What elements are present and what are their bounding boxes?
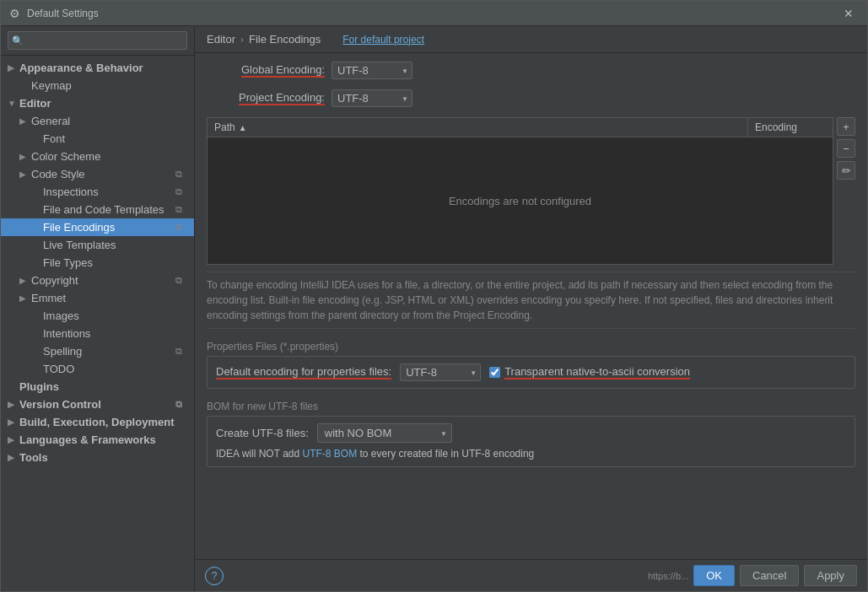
sidebar-item-label: Keymap [31, 79, 187, 92]
utf8-bom-link[interactable]: UTF-8 BOM [302, 448, 357, 460]
apply-button[interactable]: Apply [804, 565, 857, 586]
transparent-checkbox-label[interactable]: Transparent native-to-ascii conversion [489, 365, 690, 379]
sidebar-item-label: General [31, 115, 187, 127]
props-encoding-select[interactable]: UTF-8 UTF-16 ISO-8859-1 [400, 363, 481, 381]
sidebar: 🔍 ▶ Appearance & Behavior Keymap ▼ [1, 26, 195, 591]
sidebar-item-intentions[interactable]: Intentions [1, 325, 194, 342]
main-panel: Editor › File Encodings For default proj… [195, 26, 867, 591]
cancel-button[interactable]: Cancel [740, 565, 799, 586]
expand-icon: ▶ [8, 453, 19, 462]
sidebar-item-copyright[interactable]: ▶ Copyright ⧉ [1, 272, 194, 289]
sidebar-item-emmet[interactable]: ▶ Emmet [1, 289, 194, 307]
table-empty-message: Encodings are not configured [208, 137, 833, 264]
sort-icon: ▲ [239, 123, 247, 132]
close-button[interactable]: ✕ [838, 5, 859, 22]
bom-select-wrapper: with NO BOM with BOM always BOM [317, 423, 452, 443]
sidebar-item-todo[interactable]: TODO [1, 360, 194, 378]
sidebar-item-build[interactable]: ▶ Build, Execution, Deployment [1, 413, 194, 431]
settings-window: ⚙ Default Settings ✕ 🔍 ▶ Appearance & Be… [0, 0, 868, 592]
sidebar-item-label: TODO [43, 363, 187, 375]
sidebar-item-label: Font [43, 132, 187, 145]
sidebar-item-label: File and Code Templates [43, 203, 175, 216]
sidebar-item-general[interactable]: ▶ General [1, 112, 194, 130]
bom-section: BOM for new UTF-8 files Create UTF-8 fil… [207, 396, 855, 467]
project-encoding-row: Project Encoding: UTF-8 UTF-16 ISO-8859-… [207, 89, 855, 107]
sidebar-item-appearance[interactable]: ▶ Appearance & Behavior [1, 59, 194, 77]
edit-encoding-button[interactable]: ✏ [837, 161, 855, 180]
checkbox-text-underline: Transparent native-to-ascii conversion [504, 365, 690, 379]
sidebar-item-keymap[interactable]: Keymap [1, 77, 194, 94]
sidebar-item-plugins[interactable]: Plugins [1, 378, 194, 396]
transparent-checkbox[interactable] [489, 367, 500, 378]
expand-icon: ▶ [19, 170, 31, 179]
props-encoding-select-wrapper: UTF-8 UTF-16 ISO-8859-1 [400, 363, 481, 381]
table-actions: + − ✏ [837, 117, 855, 180]
sidebar-item-tools[interactable]: ▶ Tools [1, 449, 194, 466]
breadcrumb-separator: › [240, 34, 244, 46]
bom-info: IDEA will NOT add UTF-8 BOM to every cre… [216, 448, 846, 460]
sidebar-item-filetemplates[interactable]: File and Code Templates ⧉ [1, 201, 194, 218]
help-button[interactable]: ? [205, 567, 224, 585]
breadcrumb-current: File Encodings [249, 33, 321, 46]
copy-icon: ⧉ [175, 275, 187, 287]
props-default-label: Default encoding for properties files: [216, 365, 391, 379]
sidebar-item-label: Spelling [43, 345, 175, 358]
copy-icon: ⧉ [175, 399, 187, 411]
sidebar-item-font[interactable]: Font [1, 130, 194, 148]
th-path: Path ▲ [208, 118, 748, 137]
sidebar-item-label: Languages & Frameworks [19, 433, 187, 446]
search-box: 🔍 [1, 26, 194, 56]
remove-encoding-button[interactable]: − [837, 139, 855, 158]
hint-text: To change encoding IntelliJ IDEA uses fo… [207, 272, 855, 329]
breadcrumb-parent: Editor [207, 33, 235, 46]
expand-icon: ▶ [19, 276, 31, 285]
project-encoding-select[interactable]: UTF-8 UTF-16 ISO-8859-1 [332, 89, 412, 107]
search-input[interactable] [8, 31, 187, 50]
props-label-underline: Default encoding for properties files: [216, 365, 391, 379]
copy-icon: ⧉ [175, 169, 187, 180]
sidebar-item-colorscheme[interactable]: ▶ Color Scheme [1, 148, 194, 165]
sidebar-item-inspections[interactable]: Inspections ⧉ [1, 183, 194, 201]
props-row: Default encoding for properties files: U… [216, 363, 846, 381]
sidebar-item-versioncontrol[interactable]: ▶ Version Control ⧉ [1, 396, 194, 413]
global-label-underline: Global Encoding: [241, 63, 325, 78]
main-content: 🔍 ▶ Appearance & Behavior Keymap ▼ [1, 26, 867, 591]
sidebar-item-label: Inspections [43, 186, 175, 198]
encoding-label-header: Encoding [755, 121, 797, 133]
table-header: Path ▲ Encoding [208, 118, 833, 137]
search-icon: 🔍 [12, 35, 24, 46]
bom-row: Create UTF-8 files: with NO BOM with BOM… [216, 423, 846, 443]
global-encoding-select[interactable]: UTF-8 UTF-16 ISO-8859-1 [332, 62, 412, 79]
props-section-box: Default encoding for properties files: U… [207, 356, 855, 389]
sidebar-item-label: Images [43, 309, 187, 322]
bom-select[interactable]: with NO BOM with BOM always BOM [317, 423, 452, 443]
sidebar-item-livetemplates[interactable]: Live Templates [1, 236, 194, 254]
sidebar-item-label: Plugins [19, 380, 187, 393]
bom-section-box: Create UTF-8 files: with NO BOM with BOM… [207, 416, 855, 467]
sidebar-item-spelling[interactable]: Spelling ⧉ [1, 342, 194, 360]
bom-create-label: Create UTF-8 files: [216, 427, 309, 439]
ok-button[interactable]: OK [693, 565, 735, 586]
copy-icon: ⧉ [175, 222, 187, 234]
sidebar-item-languages[interactable]: ▶ Languages & Frameworks [1, 431, 194, 449]
copy-icon: ⧉ [175, 186, 187, 198]
sidebar-item-fileencodings[interactable]: File Encodings ⧉ [1, 218, 194, 236]
for-default-link[interactable]: For default project [342, 34, 424, 46]
global-encoding-select-wrapper: UTF-8 UTF-16 ISO-8859-1 [332, 62, 412, 79]
title-bar: ⚙ Default Settings ✕ [1, 1, 867, 26]
add-encoding-button[interactable]: + [837, 117, 855, 136]
sidebar-item-label: File Encodings [43, 221, 175, 234]
sidebar-item-editor[interactable]: ▼ Editor [1, 94, 194, 112]
sidebar-item-label: Color Scheme [31, 150, 187, 163]
sidebar-item-label: Copyright [31, 274, 175, 287]
sidebar-item-label: Appearance & Behavior [19, 62, 187, 74]
expand-icon: ▶ [8, 417, 19, 427]
copy-icon: ⧉ [175, 346, 187, 358]
footer-url: https://b... [648, 571, 688, 581]
sidebar-item-label: Intentions [43, 327, 187, 340]
sidebar-item-codestyle[interactable]: ▶ Code Style ⧉ [1, 165, 194, 183]
sidebar-item-images[interactable]: Images [1, 307, 194, 325]
sidebar-item-label: Version Control [19, 398, 175, 411]
expand-icon: ▶ [8, 400, 19, 409]
sidebar-item-filetypes[interactable]: File Types [1, 254, 194, 272]
